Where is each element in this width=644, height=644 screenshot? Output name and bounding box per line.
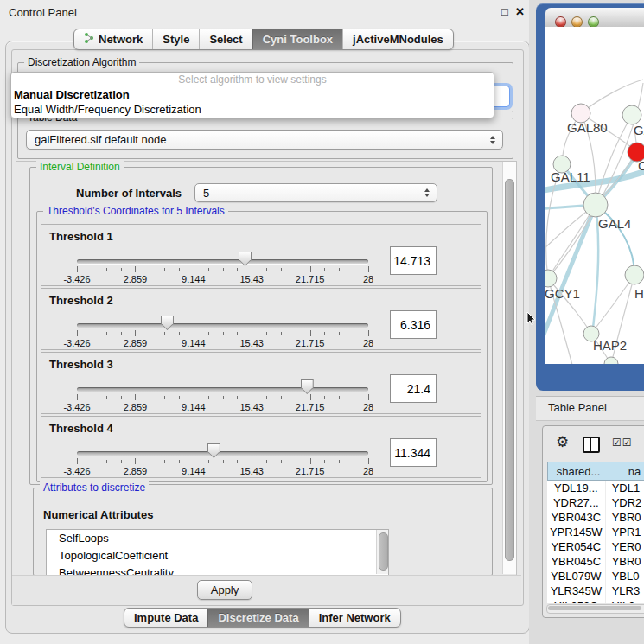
- node-label-gal4: GAL4: [598, 216, 631, 231]
- slider-tick-label: 9.144: [182, 402, 206, 412]
- table-row[interactable]: YPR145WYPR1: [547, 526, 644, 540]
- table-cell-name[interactable]: YBR0: [606, 555, 644, 570]
- table-cell-shared-name[interactable]: YIL052C: [547, 599, 606, 603]
- settings-scrollbar-thumb[interactable]: [505, 179, 514, 561]
- slider-tick: [121, 268, 122, 271]
- table-cell-name[interactable]: YBR0: [606, 511, 644, 526]
- slider-tick: [150, 268, 150, 271]
- table-column-header-shared[interactable]: shared...: [547, 462, 609, 481]
- split-columns-icon[interactable]: [583, 437, 600, 453]
- tab-network[interactable]: Network: [74, 29, 152, 49]
- threshold-box-1: Threshold 1-3.4262.8599.14415.4321.71528…: [41, 224, 481, 286]
- network-node[interactable]: [604, 357, 618, 364]
- table-row[interactable]: YDL19...YDL1: [547, 481, 644, 496]
- threshold-slider-track[interactable]: [77, 323, 368, 328]
- settings-gear-icon[interactable]: ⚙: [556, 435, 569, 450]
- control-panel-titlebar: [0, 0, 534, 24]
- table-cell-name[interactable]: YPR1: [606, 526, 644, 540]
- slider-tick: [252, 330, 252, 336]
- table-cell-shared-name[interactable]: YLR345W: [547, 584, 606, 599]
- tab-impute-data[interactable]: Impute Data: [124, 609, 207, 627]
- slider-tick-label: 15.43: [239, 466, 264, 476]
- network-window-titlebar[interactable]: [545, 8, 644, 28]
- table-horizontal-scrollbar[interactable]: [546, 604, 644, 614]
- slider-tick: [106, 396, 107, 399]
- threshold-slider-thumb[interactable]: [161, 316, 174, 330]
- threshold-value-field[interactable]: 6.316: [390, 310, 437, 339]
- table-cell-shared-name[interactable]: YBL079W: [547, 570, 606, 584]
- slider-tick-label: 28: [363, 338, 373, 348]
- table-cell-name[interactable]: YDR2: [606, 496, 644, 511]
- network-node[interactable]: [545, 270, 557, 287]
- table-row[interactable]: YLR345WYLR3: [547, 584, 644, 599]
- table-cell-name[interactable]: YLR3: [606, 584, 644, 599]
- table-cell-shared-name[interactable]: YDR27...: [547, 496, 606, 511]
- threshold-slider-track[interactable]: [77, 387, 368, 392]
- table-cell-shared-name[interactable]: YER054C: [547, 540, 606, 555]
- table-row[interactable]: YER054CYER0: [547, 540, 644, 555]
- algorithm-option-equal-width-frequency-discretization[interactable]: Equal Width/Frequency Discretization: [11, 102, 494, 117]
- threshold-slider-track[interactable]: [77, 451, 368, 456]
- threshold-slider-track[interactable]: [77, 259, 368, 264]
- table-row[interactable]: YIL052CYIL0: [547, 599, 644, 603]
- table-cell-shared-name[interactable]: YBR045C: [547, 555, 606, 570]
- network-graph[interactable]: GAL80GACGAL11GAL4GCY1HHAP2: [545, 27, 644, 364]
- slider-tick: [339, 396, 340, 399]
- attributes-list-scrollbar[interactable]: [376, 530, 388, 574]
- tab-select[interactable]: Select: [199, 29, 252, 49]
- select-columns-icon[interactable]: ☑☑: [612, 437, 633, 449]
- slider-tick: [135, 330, 136, 336]
- close-panel-icon[interactable]: ✕: [515, 5, 525, 18]
- slider-tick-label: 15.43: [239, 274, 264, 284]
- table-cell-shared-name[interactable]: YBR043C: [547, 511, 606, 526]
- threshold-value-field[interactable]: 11.344: [390, 438, 437, 467]
- table-row[interactable]: YDR27...YDR2: [547, 496, 644, 511]
- slider-tick: [281, 460, 282, 463]
- slider-tick: [223, 268, 224, 271]
- threshold-slider-thumb[interactable]: [301, 379, 314, 394]
- slider-tick: [324, 332, 325, 335]
- tab-cyni-toolbox[interactable]: Cyni Toolbox: [252, 29, 342, 49]
- attribute-item-selfloops[interactable]: SelfLoops: [47, 530, 388, 547]
- threshold-value-field[interactable]: 21.4: [390, 374, 437, 403]
- threshold-slider-thumb[interactable]: [239, 252, 252, 266]
- table-cell-shared-name[interactable]: YDL19...: [547, 481, 606, 496]
- apply-button[interactable]: Apply: [197, 580, 252, 600]
- tab-infer-network[interactable]: Infer Network: [309, 609, 400, 627]
- network-node[interactable]: [622, 105, 641, 124]
- tab-discretize-data[interactable]: Discretize Data: [207, 609, 308, 627]
- network-view-canvas[interactable]: GAL80GACGAL11GAL4GCY1HHAP2: [545, 27, 644, 364]
- number-of-intervals-combobox[interactable]: 5: [194, 183, 437, 202]
- table-column-header-name[interactable]: na: [609, 462, 644, 481]
- attribute-item-topologicalcoefficient[interactable]: TopologicalCoefficient: [47, 547, 388, 564]
- table-cell-name[interactable]: YBL0: [606, 570, 644, 584]
- tab-jactivemnodules[interactable]: jActiveMNodules: [342, 29, 453, 49]
- tab-style[interactable]: Style: [152, 29, 199, 49]
- slider-tick: [296, 268, 296, 271]
- attributes-scrollbar-thumb[interactable]: [379, 532, 388, 571]
- table-row[interactable]: YBR045CYBR0: [547, 555, 644, 570]
- slider-tick-label: 2.859: [124, 402, 148, 412]
- table-cell-name[interactable]: YER0: [606, 540, 644, 555]
- table-data-combobox[interactable]: galFiltered.sif default node: [26, 130, 503, 150]
- table-cell-name[interactable]: YIL0: [606, 599, 644, 603]
- slider-tick: [208, 268, 209, 271]
- threshold-value-field[interactable]: 14.713: [390, 246, 437, 275]
- slider-tick: [296, 396, 296, 399]
- network-node[interactable]: [583, 193, 608, 217]
- threshold-slider-thumb[interactable]: [207, 443, 220, 458]
- table-row[interactable]: YBL079WYBL0: [547, 570, 644, 584]
- tab-label: Style: [163, 33, 189, 46]
- table-row[interactable]: YBR043CYBR0: [547, 511, 644, 526]
- slider-tick: [339, 460, 340, 463]
- table-hscrollbar-thumb[interactable]: [548, 606, 641, 610]
- float-window-icon[interactable]: □: [501, 5, 508, 18]
- slider-tick: [266, 268, 267, 271]
- table-cell-shared-name[interactable]: YPR145W: [547, 526, 606, 540]
- algorithm-option-manual-discretization[interactable]: Manual Discretization: [11, 87, 494, 102]
- table-cell-name[interactable]: YDL1: [606, 481, 644, 496]
- slider-tick: [106, 332, 107, 335]
- slider-tick: [164, 332, 165, 335]
- network-node[interactable]: [625, 265, 644, 284]
- settings-vertical-scrollbar[interactable]: [502, 162, 516, 574]
